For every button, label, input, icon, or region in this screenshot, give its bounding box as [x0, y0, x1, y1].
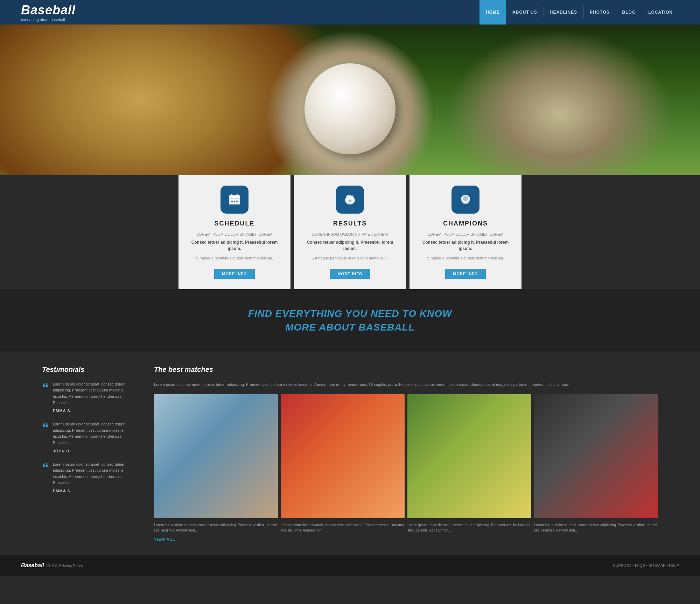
- match-captions: Lorem ipsum dolor sit amet, consec tetue…: [154, 522, 658, 533]
- view-all-link[interactable]: VIEW ALL: [154, 537, 658, 541]
- testimonial-text-1: Lorem ipsum dolor sit amet, consec tetue…: [53, 421, 133, 446]
- svg-point-7: [236, 201, 238, 202]
- card-title-0: SCHEDULE: [214, 220, 254, 227]
- match-thumb-2: [407, 394, 531, 518]
- champions-icon: [451, 186, 479, 214]
- testimonials-panel: Testimonials ❝ Lorem ipsum dolor sit ame…: [42, 366, 133, 541]
- logo-subtitle: everything about baseball: [21, 18, 76, 22]
- nav-item-blog[interactable]: BLOG: [616, 0, 642, 25]
- testimonial-author-2: EMMA S.: [53, 489, 133, 493]
- testimonial-text-2: Lorem ipsum dolor sit amet, consec tetue…: [53, 461, 133, 486]
- svg-point-6: [234, 201, 235, 202]
- best-matches-panel: The best matches Lorem ipsum dolor sit a…: [154, 366, 658, 541]
- footer-link-help[interactable]: HELP: [669, 563, 679, 568]
- testimonial-item-1: ❝ Lorem ipsum dolor sit amet, consec tet…: [42, 421, 133, 453]
- svg-point-5: [231, 201, 233, 202]
- testimonial-author-1: JOHN D.: [53, 449, 133, 453]
- matches-grid: [154, 394, 658, 518]
- promo-line1: FIND EVERYTHING YOU NEED TO KNOW: [248, 308, 452, 319]
- card-body-0: Consec tetuer adipicing it, Praesebul lo…: [189, 239, 280, 252]
- quote-mark-2: ❝: [42, 461, 49, 493]
- logo-area: Baseball everything about baseball: [21, 3, 76, 22]
- match-thumb-3: [534, 394, 658, 518]
- logo-title: Baseball: [21, 3, 76, 18]
- footer-link-faqs[interactable]: FAQS: [635, 563, 645, 568]
- testimonial-item-2: ❝ Lorem ipsum dolor sit amet, consec tet…: [42, 461, 133, 493]
- card-title-2: CHAMPIONS: [443, 220, 488, 227]
- more-info-button-2[interactable]: MORE INFO: [445, 269, 485, 279]
- footer-links: SUPPORT • FAQS • SITEMAP • HELP: [613, 563, 679, 568]
- more-info-button-1[interactable]: MORE INFO: [330, 269, 370, 279]
- card-title-1: RESULTS: [333, 220, 367, 227]
- footer-link-sitemap[interactable]: SITEMAP: [649, 563, 665, 568]
- testimonial-text-0: Lorem ipsum dolor sit amet, consec tetue…: [53, 381, 133, 406]
- more-info-button-0[interactable]: MORE INFO: [214, 269, 254, 279]
- hero-section: [0, 25, 700, 175]
- promo-text: FIND EVERYTHING YOU NEED TO KNOW MORE AB…: [7, 307, 693, 334]
- results-icon: [336, 186, 364, 214]
- hero-baseball: [304, 63, 396, 154]
- schedule-icon: [220, 186, 248, 214]
- card-results: RESULTS LOREM IPSUM DOLOR SIT AMET, LORE…: [294, 175, 406, 289]
- match-caption-3: Lorem ipsum dolor sit amet, consec tetue…: [534, 522, 658, 533]
- match-caption-2: Lorem ipsum dolor sit amet, consec tetue…: [407, 522, 531, 533]
- card-lorem-0: LOREM IPSUM DOLOR SIT AMET, LOREM: [197, 232, 272, 236]
- card-schedule: SCHEDULE LOREM IPSUM DOLOR SIT AMET, LOR…: [178, 175, 290, 289]
- promo-line2: MORE ABOUT BASEBALL: [285, 322, 415, 333]
- testimonial-item-0: ❝ Lorem ipsum dolor sit amet, consec tet…: [42, 381, 133, 413]
- card-light-1: S natoque penatibus et gnis dent monteic…: [312, 255, 388, 261]
- svg-rect-15: [463, 203, 468, 204]
- svg-point-11: [351, 195, 354, 200]
- card-body-1: Consec tetuer adipicing it, Praesebul lo…: [304, 239, 396, 252]
- card-lorem-1: LOREM IPSUM DOLOR SIT AMET, LOREM: [312, 232, 388, 236]
- footer: Baseball 2013 © Privacy Policy SUPPORT •…: [0, 555, 700, 576]
- card-champions: CHAMPIONS LOREM IPSUM DOLOR SIT AMET, LO…: [410, 175, 522, 289]
- nav-item-headlines[interactable]: HEADLINES: [544, 0, 583, 25]
- svg-rect-14: [462, 202, 469, 203]
- match-caption-1: Lorem ipsum dolor sit amet, consec tetue…: [281, 522, 405, 533]
- match-caption-0: Lorem ipsum dolor sit amet, consec tetue…: [154, 522, 278, 533]
- svg-point-16: [463, 196, 468, 201]
- promo-section: FIND EVERYTHING YOU NEED TO KNOW MORE AB…: [0, 289, 700, 352]
- svg-rect-1: [229, 195, 240, 199]
- svg-point-12: [349, 200, 351, 202]
- match-thumb-1: [281, 394, 405, 518]
- card-body-2: Consec tetuer adipicing it, Praesebul lo…: [420, 239, 511, 252]
- best-matches-title: The best matches: [154, 366, 658, 374]
- header: Baseball everything about baseball HOMEA…: [0, 0, 700, 25]
- svg-rect-4: [237, 194, 238, 197]
- match-thumb-0: [154, 394, 278, 518]
- testimonials-title: Testimonials: [42, 366, 133, 374]
- content-section: Testimonials ❝ Lorem ipsum dolor sit ame…: [0, 352, 700, 555]
- nav-item-home[interactable]: HOME: [479, 0, 506, 25]
- nav-item-about-us[interactable]: ABOUT US: [506, 0, 544, 25]
- main-nav: HOMEABOUT USHEADLINESPHOTOSBLOGLOCATION: [479, 0, 679, 25]
- card-lorem-2: LOREM IPSUM DOLOR SIT AMET, LOREM: [428, 232, 503, 236]
- quote-mark-0: ❝: [42, 381, 49, 413]
- footer-logo: Baseball: [21, 562, 44, 568]
- cards-section: SCHEDULE LOREM IPSUM DOLOR SIT AMET, LOR…: [0, 175, 700, 289]
- card-light-0: S natoque penatibus et gnis dent monteic…: [196, 255, 273, 261]
- matches-intro: Lorem ipsum dolor sit amet, consec tetue…: [154, 381, 658, 388]
- quote-mark-1: ❝: [42, 421, 49, 453]
- svg-rect-3: [231, 194, 232, 197]
- testimonial-author-0: EMMA S.: [53, 409, 133, 413]
- footer-link-support[interactable]: SUPPORT: [613, 563, 631, 568]
- footer-brand: Baseball 2013 © Privacy Policy: [21, 562, 83, 569]
- nav-item-photos[interactable]: PHOTOS: [583, 0, 616, 25]
- footer-copyright: 2013 © Privacy Policy: [46, 564, 83, 568]
- card-light-2: S natoque penatibus et gnis dent monteic…: [427, 255, 504, 261]
- nav-item-location[interactable]: LOCATION: [642, 0, 679, 25]
